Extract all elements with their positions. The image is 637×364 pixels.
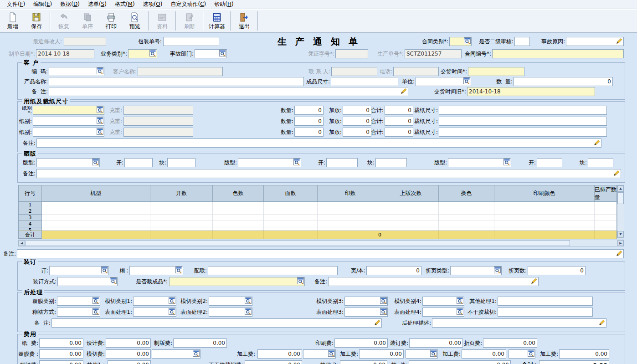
surface-process-3-lookup-button[interactable] — [380, 308, 387, 316]
product-size-input[interactable] — [331, 78, 398, 85]
cut-size-1-input[interactable] — [439, 107, 606, 114]
cut-size-2-input[interactable] — [439, 118, 606, 125]
paper-type-1-lookup-button[interactable] — [96, 107, 103, 114]
paper-total-2-input[interactable] — [385, 118, 413, 125]
pages-per-book-input[interactable] — [367, 267, 421, 274]
diecut-type-3-lookup-button[interactable] — [380, 297, 387, 305]
table-row[interactable]: 1 — [19, 202, 616, 208]
paste-method-input[interactable] — [57, 308, 92, 316]
business-type-lookup-button[interactable] — [149, 50, 156, 57]
table-cell[interactable] — [318, 208, 383, 215]
plate-type-1-input[interactable] — [37, 159, 92, 166]
post-process-desc-edit-button[interactable] — [598, 319, 606, 327]
paper-fee-input[interactable] — [40, 339, 83, 347]
surface-process-2-lookup-button[interactable] — [244, 308, 252, 316]
table-row[interactable]: 5 — [19, 227, 616, 231]
fee-lookup-1-lookup-button[interactable] — [192, 350, 200, 358]
binding-method-input[interactable] — [58, 278, 109, 285]
menu-item-custom-actions[interactable]: 自定义动作(C) — [166, 0, 210, 9]
customer-remark-input[interactable] — [49, 88, 400, 95]
scroll-left-button[interactable]: ◀ — [19, 240, 25, 246]
table-cell[interactable] — [439, 215, 494, 221]
weight-2-input[interactable] — [124, 118, 193, 125]
row-number-cell[interactable]: 4 — [19, 221, 42, 227]
paper-type-3-lookup-button[interactable] — [96, 128, 103, 136]
table-cell[interactable] — [150, 227, 213, 231]
diecut-fee-input[interactable] — [106, 350, 150, 358]
paste-fee-input[interactable] — [40, 361, 83, 364]
table-row[interactable]: 4 — [19, 221, 616, 227]
table-cell[interactable] — [383, 208, 439, 215]
adhesive-cut-fee-input[interactable] — [245, 361, 302, 364]
scroll-up-button[interactable]: ▲ — [617, 185, 624, 192]
packing-no-input[interactable] — [164, 38, 219, 45]
table-cell[interactable] — [150, 208, 213, 215]
table-cell[interactable] — [595, 221, 616, 227]
toolbar-print-button[interactable]: 打印 — [99, 10, 123, 32]
toolbar-exit-button[interactable]: 退出 — [232, 10, 256, 32]
kuai-2-input[interactable] — [376, 159, 406, 166]
table-cell[interactable] — [150, 202, 213, 208]
plate-remark-edit-button[interactable] — [613, 170, 620, 177]
table-cell[interactable] — [42, 215, 150, 221]
process-fee-1-input[interactable] — [258, 350, 302, 358]
quantity-input[interactable] — [514, 78, 612, 85]
table-cell[interactable] — [264, 208, 318, 215]
paper-qty-2-input[interactable] — [295, 118, 323, 125]
is-cut-product-input[interactable] — [170, 278, 297, 285]
customer-name-input[interactable] — [138, 68, 222, 75]
print-fee-input[interactable] — [335, 339, 387, 347]
business-type-input[interactable] — [128, 50, 149, 57]
accident-dept-input[interactable] — [195, 50, 219, 57]
contact-person-input[interactable] — [332, 68, 377, 75]
horizontal-scroll-thumb[interactable] — [26, 240, 570, 246]
delivery-time-old-input[interactable] — [467, 88, 595, 95]
fee-lookup-2-lookup-button[interactable] — [328, 350, 335, 358]
table-cell[interactable] — [439, 202, 494, 208]
table-row[interactable]: 3 — [19, 215, 616, 221]
fold-count-input[interactable] — [528, 267, 585, 274]
staple-input[interactable] — [50, 267, 101, 274]
table-cell[interactable] — [318, 227, 383, 231]
process-fee-2-input[interactable] — [360, 350, 403, 358]
plate-type-3-input[interactable] — [448, 159, 503, 166]
kai-1-input[interactable] — [125, 159, 152, 166]
fee-lookup-2-input[interactable] — [303, 350, 328, 358]
glue-input[interactable] — [130, 267, 175, 274]
contract-no-input[interactable] — [493, 50, 623, 57]
menu-item-options[interactable]: 选项(O) — [139, 0, 167, 9]
table-cell[interactable] — [383, 227, 439, 231]
table-cell[interactable] — [439, 208, 494, 215]
diecut-type-1-lookup-button[interactable] — [168, 297, 175, 305]
paper-type-1-input[interactable] — [33, 107, 96, 114]
last-modifier-input[interactable] — [64, 38, 106, 45]
table-cell[interactable] — [494, 221, 595, 227]
table-cell[interactable] — [264, 227, 318, 231]
film-type-lookup-button[interactable] — [92, 297, 99, 305]
customer-remark-edit-button[interactable] — [400, 88, 407, 95]
contract-type-lookup-button[interactable] — [463, 38, 471, 45]
table-cell[interactable] — [42, 208, 150, 215]
table-cell[interactable] — [318, 202, 383, 208]
main-remark-input[interactable] — [17, 250, 616, 257]
menu-item-file[interactable]: 文件(F) — [3, 0, 29, 9]
surface-process-4-input[interactable] — [423, 308, 456, 316]
table-cell[interactable] — [595, 208, 616, 215]
table-cell[interactable] — [494, 215, 595, 221]
create-date-input[interactable] — [36, 50, 94, 57]
table-cell[interactable] — [213, 208, 264, 215]
menu-item-list[interactable]: 选单(S) — [84, 0, 111, 9]
weight-1-input[interactable] — [124, 107, 193, 114]
diecut-type-2-lookup-button[interactable] — [244, 297, 252, 305]
toolbar-calculator-button[interactable]: 计算器 — [205, 10, 229, 32]
paper-remark-edit-button[interactable] — [593, 139, 601, 147]
toolbar-preview-button[interactable]: 预览 — [123, 10, 147, 32]
kai-3-input[interactable] — [537, 159, 562, 166]
post-remark-edit-button[interactable] — [374, 319, 381, 327]
surface-process-4-lookup-button[interactable] — [456, 308, 463, 316]
table-cell[interactable] — [150, 221, 213, 227]
table-cell[interactable] — [494, 208, 595, 215]
accident-reason-input[interactable] — [566, 38, 616, 45]
table-cell[interactable] — [383, 221, 439, 227]
fee-lookup-3-lookup-button[interactable] — [430, 350, 437, 358]
